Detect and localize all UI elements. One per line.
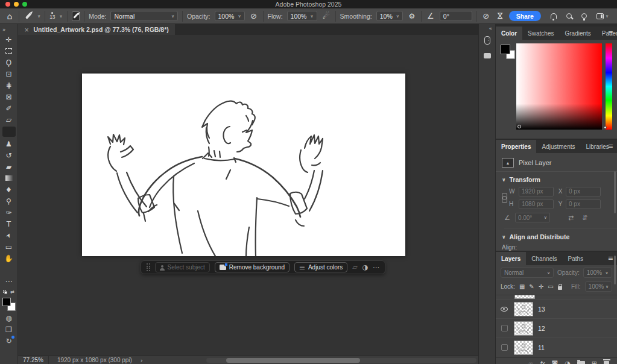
- clone-stamp-tool[interactable]: ♟: [2, 139, 16, 148]
- path-selection-tool[interactable]: ➤: [2, 231, 16, 240]
- layer-mask-icon[interactable]: ◙: [551, 360, 558, 364]
- panel-tab[interactable]: Properties: [496, 140, 536, 153]
- lasso-tool[interactable]: Ϙ: [2, 58, 16, 67]
- more-options-icon[interactable]: ⋯: [373, 264, 379, 271]
- type-tool[interactable]: T: [2, 219, 16, 228]
- rectangle-tool[interactable]: ▭: [2, 242, 16, 251]
- home-icon[interactable]: ⌂: [5, 12, 14, 20]
- edit-toolbar[interactable]: ⋯: [2, 277, 16, 286]
- brush-tool[interactable]: [2, 127, 16, 137]
- new-layer-icon[interactable]: ⊞: [592, 360, 597, 364]
- move-tool[interactable]: ✛: [2, 35, 16, 44]
- lock-position-icon[interactable]: ✛: [539, 283, 543, 290]
- rectangular-marquee-tool[interactable]: [2, 46, 16, 55]
- symmetry-butterfly-icon[interactable]: ⋈: [496, 11, 504, 21]
- smoothing-options-gear-icon[interactable]: ⚙: [407, 13, 417, 20]
- lock-all-icon[interactable]: [558, 286, 562, 290]
- transform-section-header[interactable]: ∨ Transform: [496, 172, 617, 185]
- chevron-down-icon[interactable]: ∨: [60, 14, 63, 19]
- collapse-panels-icon[interactable]: «: [489, 24, 495, 31]
- airbrush-icon[interactable]: ☄: [321, 12, 331, 20]
- close-tab-icon[interactable]: ×: [24, 27, 29, 33]
- zoom-tool[interactable]: [2, 265, 16, 274]
- layer-blend-mode-select[interactable]: Normal ∨: [501, 268, 554, 278]
- align-section-header[interactable]: ∨ Align and Distribute: [496, 232, 617, 242]
- crop-tool[interactable]: ⋕: [2, 81, 16, 90]
- smoothing-select[interactable]: 10% ∨: [376, 11, 403, 21]
- color-field-marker[interactable]: [517, 125, 521, 128]
- layer-visibility-toggle[interactable]: [499, 307, 509, 312]
- quick-mask-icon[interactable]: ◍: [5, 314, 11, 322]
- color-swatches[interactable]: [501, 45, 515, 59]
- share-button[interactable]: Share: [509, 11, 541, 21]
- lock-paint-icon[interactable]: ✎: [529, 283, 534, 290]
- panel-tab[interactable]: Layers: [496, 252, 526, 265]
- layer-name[interactable]: 11: [538, 344, 545, 351]
- height-field[interactable]: 1080 px: [519, 199, 554, 209]
- foreground-color-swatch[interactable]: [2, 298, 11, 306]
- partial-layer-row[interactable]: [496, 295, 617, 300]
- blur-tool[interactable]: ♦: [2, 185, 16, 194]
- layer-opacity-select[interactable]: 100% ∨: [583, 268, 612, 278]
- brush-angle-field[interactable]: 0°: [440, 11, 472, 21]
- saturation-brightness-field[interactable]: [516, 43, 602, 130]
- panel-menu-icon[interactable]: ≡: [608, 142, 613, 150]
- search-icon[interactable]: [566, 13, 572, 19]
- document-tab[interactable]: × Untitled_Artwork 2.psd @ 77.3% (76, RG…: [18, 24, 175, 35]
- chevron-down-icon[interactable]: ∨: [37, 14, 40, 19]
- width-field[interactable]: 1920 px: [519, 187, 554, 196]
- vertical-scrollbar[interactable]: [614, 171, 616, 213]
- flow-select[interactable]: 100% ∨: [287, 11, 317, 21]
- adjustment-layer-icon[interactable]: ◑: [565, 360, 571, 364]
- panel-tab[interactable]: Paths: [563, 252, 589, 265]
- panel-tab[interactable]: Channels: [526, 252, 562, 265]
- layer-visibility-toggle[interactable]: [499, 344, 509, 351]
- layer-thumbnail[interactable]: [514, 340, 533, 355]
- lock-transparency-icon[interactable]: ▦: [519, 283, 525, 290]
- layer-visibility-toggle[interactable]: [499, 325, 509, 331]
- eyedropper-tool[interactable]: ✐: [2, 104, 16, 113]
- link-layers-icon[interactable]: ∞: [528, 360, 534, 364]
- panel-tab[interactable]: Swatches: [522, 27, 559, 40]
- layer-name[interactable]: 13: [538, 306, 545, 313]
- y-field[interactable]: 0 px: [566, 199, 601, 209]
- zoom-level-field[interactable]: 77.25%: [18, 356, 49, 364]
- layer-row[interactable]: 12: [496, 319, 617, 338]
- layer-name[interactable]: 12: [538, 325, 545, 332]
- brush-size-picker[interactable]: 13: [49, 12, 55, 20]
- select-subject-button[interactable]: Select subject: [155, 262, 210, 272]
- object-selection-tool[interactable]: ⊡: [2, 69, 16, 78]
- adjustment-icon[interactable]: ◑: [362, 264, 369, 271]
- brush-settings-panel-toggle[interactable]: [72, 11, 80, 21]
- canvas[interactable]: [82, 74, 405, 256]
- pressure-size-icon[interactable]: ⊘: [481, 12, 491, 20]
- default-colors-icon[interactable]: [3, 290, 7, 294]
- brush-tool-preset-icon[interactable]: [24, 13, 33, 19]
- layer-row[interactable]: 13: [496, 300, 617, 319]
- comments-icon[interactable]: [484, 53, 491, 58]
- horizontal-scrollbar[interactable]: [206, 358, 476, 363]
- status-chevron-icon[interactable]: ›: [141, 357, 143, 363]
- chevron-down-icon[interactable]: ∨: [606, 14, 609, 19]
- x-field[interactable]: 0 px: [566, 187, 601, 196]
- pressure-opacity-icon[interactable]: ⊘: [249, 12, 259, 20]
- screen-mode-icon[interactable]: ❐: [5, 325, 12, 334]
- panel-tab[interactable]: Patterns: [596, 27, 617, 40]
- pen-tool[interactable]: ✑: [2, 208, 16, 217]
- new-group-folder-icon[interactable]: [577, 361, 585, 364]
- dodge-tool[interactable]: ⚲: [2, 196, 16, 206]
- foreground-background-swatches[interactable]: [2, 298, 16, 311]
- layer-row[interactable]: 11: [496, 338, 617, 357]
- adjust-colors-button[interactable]: ⚌ Adjust colors: [294, 262, 347, 272]
- layer-thumbnail[interactable]: [514, 302, 533, 316]
- layer-thumbnail[interactable]: [514, 321, 533, 336]
- foreground-color-swatch[interactable]: [501, 45, 510, 54]
- lock-artboard-icon[interactable]: ▭: [548, 283, 553, 290]
- flip-vertical-icon[interactable]: ⇵: [582, 214, 587, 222]
- gradient-tool[interactable]: [2, 174, 16, 183]
- hand-tool[interactable]: ✋: [2, 254, 16, 263]
- layer-fill-select[interactable]: 100% ∨: [585, 281, 612, 292]
- delete-layer-trash-icon[interactable]: [604, 361, 609, 364]
- rotation-field[interactable]: 0.00° ∨: [515, 213, 550, 222]
- healing-brush-tool[interactable]: ▱: [2, 115, 16, 124]
